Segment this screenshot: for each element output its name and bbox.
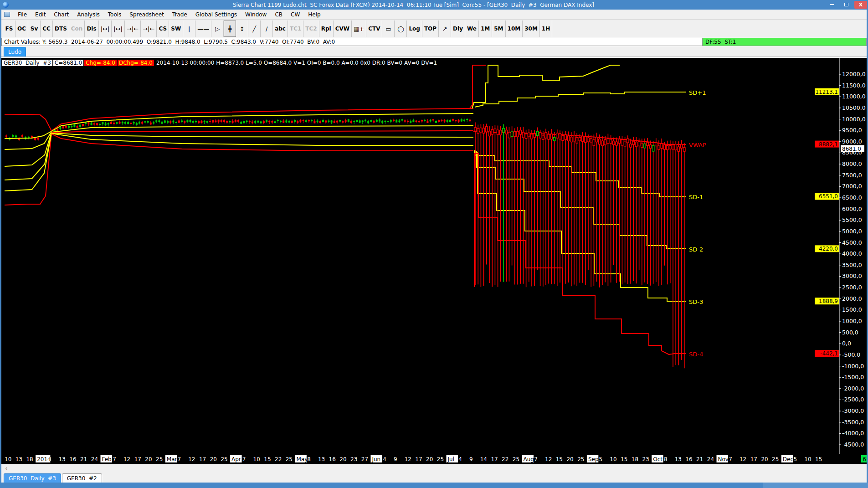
menu-item-analysis[interactable]: Analysis: [73, 10, 103, 19]
candle: [34, 138, 36, 140]
price-bar-body: [601, 141, 603, 146]
candle: [147, 121, 149, 123]
price-bar-body: [562, 136, 564, 140]
funnel-yellow-2: [5, 132, 51, 149]
minimize-button[interactable]: [825, 1, 838, 9]
price-bar-body: [585, 137, 586, 142]
ctv-button[interactable]: CTV: [366, 21, 382, 37]
chartbook-tab-ludo[interactable]: Ludo: [4, 47, 26, 57]
candle: [308, 120, 310, 122]
text-tool-button[interactable]: abc: [273, 21, 288, 37]
price-bar-body: [661, 144, 663, 148]
price-bar-body: [647, 142, 648, 145]
axis-tick-label: 9500,0: [842, 127, 862, 134]
maximize-button[interactable]: [840, 1, 853, 9]
axis-tick-label: -3000,0: [842, 407, 864, 414]
date-label: 10: [253, 456, 260, 462]
chart-tab-ger30-#2[interactable]: GER30 #2: [62, 473, 102, 483]
1h-timeframe-button[interactable]: 1H: [540, 21, 552, 37]
date-label: 13: [318, 456, 325, 462]
price-bar-body: [491, 129, 493, 134]
price-bar-body: [599, 139, 601, 144]
menu-item-global-settings[interactable]: Global Settings: [191, 10, 241, 19]
price-bar-body: [641, 143, 643, 147]
candle: [387, 121, 389, 122]
5m-timeframe-button[interactable]: 5M: [492, 21, 505, 37]
axis-tick-label: -4000,0: [842, 430, 864, 437]
axis-tick-label: 8000,0: [842, 160, 862, 167]
10m-timeframe-button[interactable]: 10M: [506, 21, 523, 37]
candle: [452, 119, 454, 121]
increase-bar-spacing-bold-icon[interactable]: |↔|: [112, 21, 125, 37]
menu-item-trade[interactable]: Trade: [168, 10, 191, 19]
1m-timeframe-button[interactable]: 1M: [479, 21, 492, 37]
menu-item-spreadsheet[interactable]: Spreadsheet: [125, 10, 168, 19]
decrease-bar-spacing-icon[interactable]: →|←: [125, 21, 141, 37]
candle: [82, 124, 84, 126]
menu-item-cb[interactable]: CB: [271, 10, 287, 19]
axis-tick-label: 7000,0: [842, 183, 862, 190]
chart-tab-ger30-daily-#3[interactable]: GER30 Daily #3: [4, 473, 61, 483]
sw-button[interactable]: SW: [169, 21, 183, 37]
replay-button[interactable]: Rpl: [319, 21, 334, 37]
weekly-timeframe-button[interactable]: We: [465, 21, 479, 37]
axis-tick-label: -2500,0: [842, 396, 864, 403]
horizontal-scrollbar[interactable]: ‹: [1, 464, 867, 473]
rectangle-tool-icon[interactable]: ▭: [382, 21, 395, 37]
candle: [141, 122, 143, 123]
candle: [226, 121, 228, 123]
ray-tool-icon[interactable]: ∕: [261, 21, 273, 37]
chart-canvas[interactable]: 12000,011500,011000,010500,010000,09500,…: [1, 58, 867, 464]
title-bar: Sierra Chart 1199 Ludo.cht SC Forex Data…: [0, 0, 868, 10]
decrease-bar-spacing-bold-icon[interactable]: →|←: [141, 21, 157, 37]
pointer-tool-icon[interactable]: ▷: [211, 21, 224, 37]
close-button[interactable]: X: [854, 1, 867, 9]
menu-item-file[interactable]: File: [14, 10, 31, 19]
date-label: 23: [642, 456, 649, 462]
ellipse-tool-icon[interactable]: ◯: [395, 21, 407, 37]
increase-bar-spacing-icon[interactable]: |↔|: [99, 21, 112, 37]
oc-button[interactable]: OC: [15, 21, 28, 37]
cc-button[interactable]: CC: [41, 21, 53, 37]
sv-button[interactable]: Sv: [28, 21, 41, 37]
candle: [124, 122, 126, 124]
volume-profile-icon[interactable]: ▦+: [352, 21, 366, 37]
price-bar-body: [497, 130, 498, 134]
candle: [212, 120, 214, 123]
measure-tool-icon[interactable]: ↕: [236, 21, 248, 37]
chart-area[interactable]: GER30 Daily #3C=8681,0Chg=-84,0DChg=-84,…: [1, 58, 867, 464]
trendline-tool-icon[interactable]: ╱: [248, 21, 261, 37]
date-label: 24: [91, 456, 98, 462]
dts-button[interactable]: DTS: [53, 21, 69, 37]
axis-tick-label: 10500,0: [842, 104, 866, 111]
scroll-left-icon[interactable]: ‹: [2, 465, 10, 472]
menu-item-tools[interactable]: Tools: [104, 10, 126, 19]
menu-item-help[interactable]: Help: [304, 10, 324, 19]
price-bar-body: [607, 139, 609, 144]
menu-item-window[interactable]: Window: [241, 10, 271, 19]
crosshair-tool-icon[interactable]: ╋: [224, 21, 236, 37]
price-badge-text: -442,1: [820, 350, 838, 357]
candle: [280, 121, 282, 122]
log-scale-button[interactable]: Log: [407, 21, 422, 37]
menu-item-edit[interactable]: Edit: [31, 10, 50, 19]
daily-timeframe-button[interactable]: Dly: [451, 21, 465, 37]
candle: [432, 119, 434, 120]
cvw-button[interactable]: CVW: [334, 21, 352, 37]
top-button[interactable]: TOP: [422, 21, 439, 37]
dis-button[interactable]: Dis: [85, 21, 98, 37]
date-label: 12: [740, 456, 746, 462]
30m-timeframe-button[interactable]: 30M: [523, 21, 540, 37]
candle: [390, 120, 392, 122]
fs-button[interactable]: FS: [3, 21, 15, 37]
cs-button[interactable]: CS: [157, 21, 169, 37]
price-bar-body: [522, 132, 524, 138]
menu-item-cw[interactable]: CW: [287, 10, 304, 19]
arrow-tool-icon[interactable]: ↗: [439, 21, 451, 37]
band-red-mid: [51, 131, 473, 133]
vertical-line-tool-icon[interactable]: |: [183, 21, 195, 37]
menu-item-chart[interactable]: Chart: [50, 10, 73, 19]
candle: [59, 127, 61, 129]
candle: [438, 120, 440, 122]
horizontal-line-tool-icon[interactable]: ——: [195, 21, 211, 37]
